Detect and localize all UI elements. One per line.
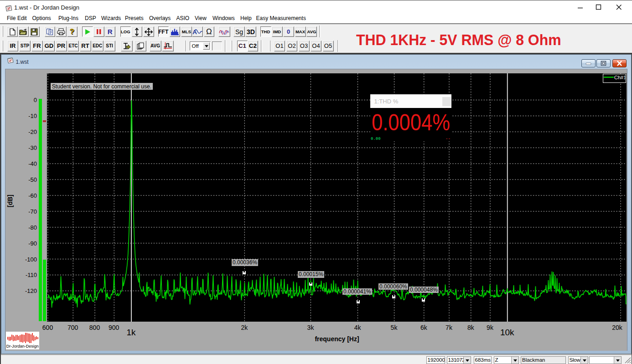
svg-text:Ch#1: Ch#1 <box>614 75 625 80</box>
